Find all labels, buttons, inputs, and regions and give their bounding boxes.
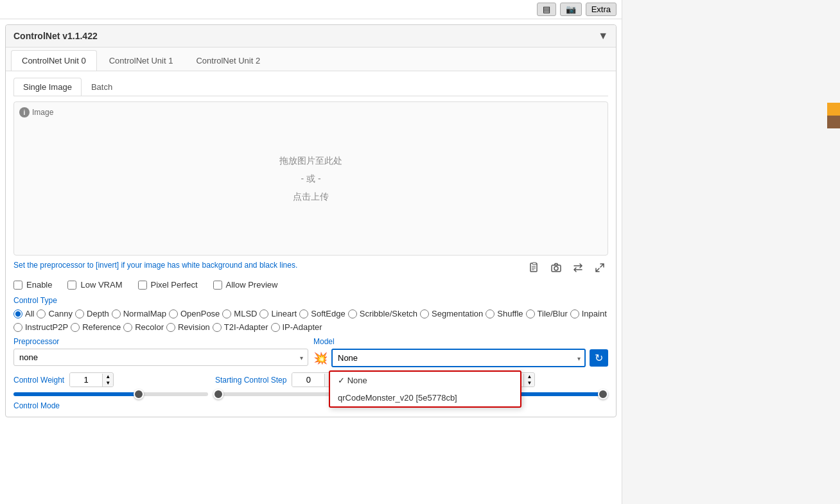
unit-tabs: ControlNet Unit 0 ControlNet Unit 1 Cont… xyxy=(6,48,616,71)
ct-depth-radio[interactable] xyxy=(75,309,84,318)
batch-tab[interactable]: Batch xyxy=(82,78,122,96)
ct-normalmap[interactable]: NormalMap xyxy=(112,309,166,318)
svg-point-6 xyxy=(554,266,558,270)
low-vram-checkbox-label[interactable]: Low VRAM xyxy=(67,280,122,290)
dropdown-option-none[interactable]: None xyxy=(330,372,520,389)
extra-btn[interactable]: Extra xyxy=(586,3,617,16)
low-vram-checkbox[interactable] xyxy=(67,281,76,290)
ct-instructp2p[interactable]: InstructP2P xyxy=(13,322,68,332)
ct-scribble-radio[interactable] xyxy=(348,309,357,318)
ct-canny-radio[interactable] xyxy=(37,309,46,318)
ct-tile[interactable]: Tile/Blur xyxy=(526,309,568,318)
pixel-perfect-checkbox[interactable] xyxy=(138,281,147,290)
dropdown-option-qrcode[interactable]: qrCodeMonster_v20 [5e5778cb] xyxy=(330,389,520,406)
image-tabs: Single Image Batch xyxy=(13,78,608,96)
control-weight-section: Control Weight 1 ▲ ▼ xyxy=(13,372,205,387)
ct-tile-radio[interactable] xyxy=(526,309,535,318)
svg-rect-1 xyxy=(532,263,536,265)
right-sidebar xyxy=(622,0,840,504)
model-section: Model 💥 None ▾ ↻ xyxy=(313,337,608,367)
ct-t2i[interactable]: T2I-Adapter xyxy=(213,322,268,332)
control-type-label: Control Type xyxy=(13,296,608,305)
ct-shuffle[interactable]: Shuffle xyxy=(486,309,523,318)
ct-instructp2p-radio[interactable] xyxy=(13,323,22,332)
control-weight-input-wrapper: 1 ▲ ▼ xyxy=(69,372,114,387)
control-weight-input[interactable]: 1 xyxy=(70,373,102,387)
starting-step-label: Starting Control Step xyxy=(215,376,286,385)
control-weight-slider[interactable] xyxy=(13,392,208,396)
ct-all[interactable]: All xyxy=(13,309,34,318)
ct-reference-radio[interactable] xyxy=(71,323,80,332)
ct-recolor[interactable]: Recolor xyxy=(123,322,164,332)
ct-softedge-radio[interactable] xyxy=(299,309,308,318)
ct-ip[interactable]: IP-Adapter xyxy=(271,322,322,332)
allow-preview-checkbox[interactable] xyxy=(213,281,222,290)
ct-mlsd[interactable]: MLSD xyxy=(222,309,257,318)
unit-tab-0[interactable]: ControlNet Unit 0 xyxy=(11,50,97,71)
ct-softedge[interactable]: SoftEdge xyxy=(299,309,346,318)
unit-tab-1[interactable]: ControlNet Unit 1 xyxy=(98,50,184,71)
preprocessor-label: Preprocessor xyxy=(13,337,308,346)
preprocessor-model-section: Preprocessor none ▾ Model 💥 xyxy=(13,337,608,367)
enable-checkbox-label[interactable]: Enable xyxy=(13,280,52,290)
ct-segmentation[interactable]: Segmentation xyxy=(420,309,483,318)
info-icon: i xyxy=(19,107,30,117)
drop-text: 拖放图片至此处 - 或 - 点击上传 xyxy=(279,152,342,205)
ct-depth[interactable]: Depth xyxy=(75,309,109,318)
ct-revision-radio[interactable] xyxy=(166,323,175,332)
ct-reference[interactable]: Reference xyxy=(71,322,121,332)
model-select[interactable]: None xyxy=(331,349,586,367)
ct-revision[interactable]: Revision xyxy=(166,322,210,332)
ct-canny[interactable]: Canny xyxy=(37,309,73,318)
preprocessor-select[interactable]: none xyxy=(13,349,308,366)
hint-text: Set the preprocessor to [invert] if your… xyxy=(13,261,297,270)
ct-scribble[interactable]: Scribble/Sketch xyxy=(348,309,417,318)
ct-t2i-radio[interactable] xyxy=(213,323,222,332)
ct-recolor-radio[interactable] xyxy=(123,323,132,332)
refresh-model-btn[interactable]: ↻ xyxy=(590,349,608,367)
unit-tab-2[interactable]: ControlNet Unit 2 xyxy=(185,50,271,71)
color-bar-top xyxy=(827,103,840,116)
preprocessor-section: Preprocessor none ▾ xyxy=(13,337,308,367)
pixel-perfect-checkbox-label[interactable]: Pixel Perfect xyxy=(138,280,198,290)
ct-lineart[interactable]: Lineart xyxy=(259,309,297,318)
starting-step-input[interactable]: 0 xyxy=(292,373,324,387)
model-select-wrapper: None ▾ xyxy=(331,349,586,367)
control-weight-down[interactable]: ▼ xyxy=(103,380,113,387)
resize-btn[interactable] xyxy=(591,261,608,275)
action-icons xyxy=(526,261,608,275)
ending-step-up[interactable]: ▲ xyxy=(524,374,534,380)
single-image-tab[interactable]: Single Image xyxy=(13,78,82,96)
ct-lineart-radio[interactable] xyxy=(259,309,268,318)
clipboard-btn[interactable]: ▤ xyxy=(537,3,556,16)
ct-inpaint[interactable]: Inpaint xyxy=(570,309,607,318)
explosion-icon: 💥 xyxy=(313,351,328,365)
allow-preview-checkbox-label[interactable]: Allow Preview xyxy=(213,280,278,290)
ct-ip-radio[interactable] xyxy=(271,323,280,332)
image-drop-zone[interactable]: i Image 拖放图片至此处 - 或 - 点击上传 xyxy=(13,101,608,256)
ct-openpose-radio[interactable] xyxy=(169,309,178,318)
clipboard-action-btn[interactable] xyxy=(526,261,543,275)
enable-checkbox[interactable] xyxy=(13,281,22,290)
ending-step-down[interactable]: ▼ xyxy=(524,380,534,387)
swap-btn[interactable] xyxy=(570,261,586,275)
camera-btn[interactable]: 📷 xyxy=(560,3,582,16)
model-label: Model xyxy=(313,337,608,346)
ct-mlsd-radio[interactable] xyxy=(222,309,231,318)
ct-shuffle-radio[interactable] xyxy=(486,309,494,318)
ct-all-radio[interactable] xyxy=(13,309,22,318)
camera-action-btn[interactable] xyxy=(548,261,564,275)
top-bar: ▤ 📷 Extra xyxy=(0,0,622,19)
ct-openpose[interactable]: OpenPose xyxy=(169,309,220,318)
ct-inpaint-radio[interactable] xyxy=(570,309,579,318)
ct-segmentation-radio[interactable] xyxy=(420,309,429,318)
controlnet-panel: ControlNet v1.1.422 ▼ ControlNet Unit 0 … xyxy=(5,24,617,417)
checkboxes-row: Enable Low VRAM Pixel Perfect Allow Prev… xyxy=(13,280,608,290)
collapse-button[interactable]: ▼ xyxy=(598,30,608,42)
panel-body: Single Image Batch i Image 拖放图片至此处 - 或 -… xyxy=(6,71,616,417)
color-bar-bottom xyxy=(827,116,840,128)
image-label-text: Image xyxy=(32,108,53,117)
ct-normalmap-radio[interactable] xyxy=(112,309,121,318)
image-label: i Image xyxy=(19,107,53,117)
control-weight-up[interactable]: ▲ xyxy=(103,374,113,380)
